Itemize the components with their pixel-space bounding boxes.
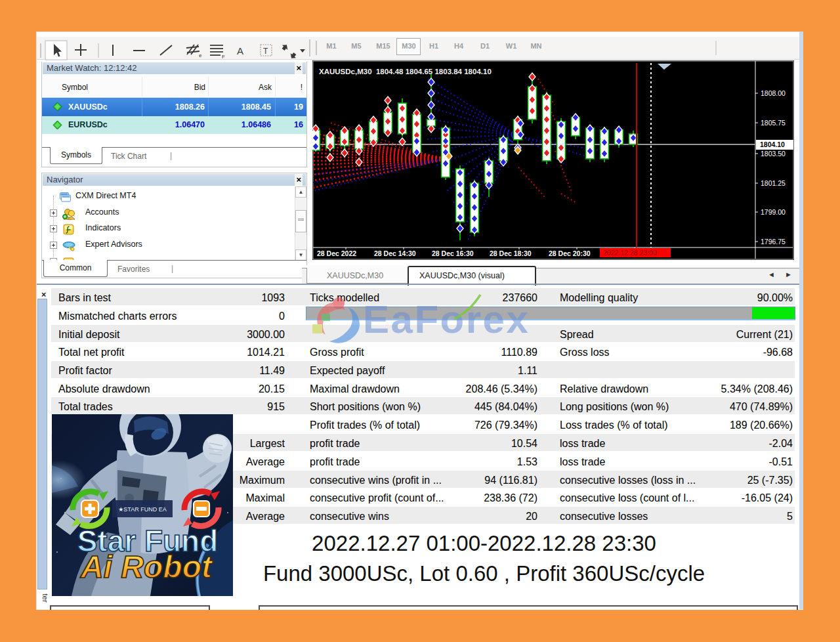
svg-text:1799.00: 1799.00 [761, 208, 786, 216]
svg-text:28 Dec 14:30: 28 Dec 14:30 [374, 249, 416, 257]
svg-text:★STAR FUND EA: ★STAR FUND EA [118, 506, 166, 513]
svg-text:XAUUSDc,M30 1804.48 1804.65 1: XAUUSDc,M30 1804.48 1804.65 1803.84 1804… [319, 68, 492, 75]
svg-text:1808.00: 1808.00 [761, 89, 786, 97]
svg-text:Ai Robot: Ai Robot [80, 549, 213, 584]
svg-text:1804.10: 1804.10 [760, 140, 785, 148]
svg-text:28 Dec 20:30: 28 Dec 20:30 [549, 249, 591, 257]
svg-text:28 Dec 16:30: 28 Dec 16:30 [432, 249, 474, 257]
svg-text:A: A [237, 45, 243, 56]
svg-text:1803.50: 1803.50 [761, 150, 786, 158]
svg-text:1796.75: 1796.75 [761, 238, 786, 246]
svg-text:28 Dec 2022: 28 Dec 2022 [317, 249, 356, 257]
svg-text:1805.75: 1805.75 [761, 119, 786, 127]
svg-text:T: T [263, 47, 268, 56]
svg-text:F: F [222, 54, 225, 60]
svg-text:e: e [199, 53, 202, 58]
svg-text:28 Dec 18:30: 28 Dec 18:30 [490, 249, 532, 257]
svg-text:1801.25: 1801.25 [761, 179, 786, 187]
svg-text:2022.12.28 23:00: 2022.12.28 23:00 [603, 249, 657, 257]
